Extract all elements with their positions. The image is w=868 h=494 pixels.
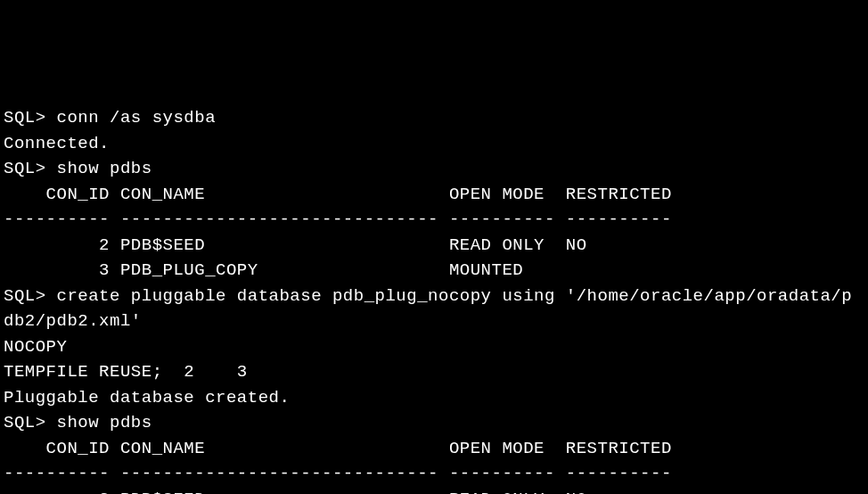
terminal-line: TEMPFILE REUSE; 2 3 [4, 359, 864, 385]
terminal-line: Connected. [4, 131, 864, 157]
terminal-line: ---------- -----------------------------… [4, 207, 864, 233]
terminal-line: CON_ID CON_NAME OPEN MODE RESTRICTED [4, 182, 864, 208]
terminal-line: db2/pdb2.xml' [4, 309, 864, 334]
terminal-line: SQL> show pdbs [4, 156, 864, 182]
terminal-line: 3 PDB_PLUG_COPY MOUNTED [4, 258, 864, 284]
terminal-line: SQL> conn /as sysdba [4, 105, 864, 131]
terminal-line: CON_ID CON_NAME OPEN MODE RESTRICTED [4, 436, 864, 462]
terminal-line: 2 PDB$SEED READ ONLY NO [4, 233, 864, 259]
terminal-line: ---------- -----------------------------… [4, 461, 864, 487]
terminal-line: SQL> show pdbs [4, 410, 864, 436]
terminal-line: SQL> create pluggable database pdb_plug_… [4, 284, 864, 309]
terminal-line: Pluggable database created. [4, 385, 864, 411]
terminal-line: NOCOPY [4, 334, 864, 360]
terminal-line: 2 PDB$SEED READ ONLY NO [4, 487, 864, 495]
